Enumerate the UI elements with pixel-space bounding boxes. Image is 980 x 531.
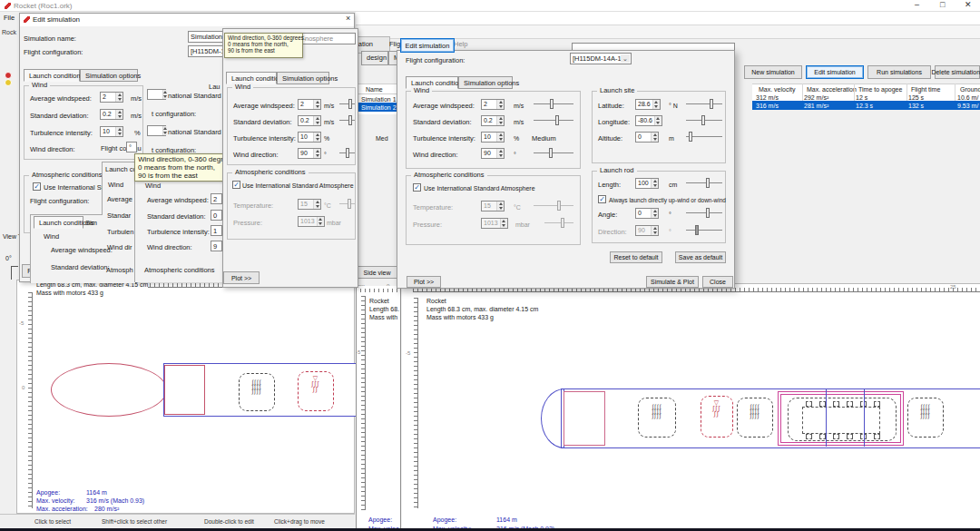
rotation-angle-left[interactable]: 0° [5,254,12,262]
maximize-icon[interactable]: □ [940,1,945,9]
side-view-select[interactable]: Side view [356,266,398,279]
wind-direction-slider[interactable] [534,148,573,158]
windspeed-spinner[interactable]: 2 [298,99,321,110]
table-cell[interactable]: 316 m/s [756,102,779,110]
rod-length-spinner[interactable]: 100 [635,178,659,189]
simulate-plot-button[interactable]: Simulate & Plot [646,276,699,288]
tab-fragment[interactable]: Sim [85,219,97,227]
parachute-component[interactable] [239,373,275,411]
right-window-toolbar [356,25,980,39]
plot-button[interactable]: Plot >> [407,276,441,288]
shoulder-shape[interactable] [564,391,605,446]
temperature-label: Temperature: [233,202,273,210]
delete-simulations-button[interactable]: Delete simulations [935,65,980,79]
rod-direction-slider [686,225,722,235]
value-fragment: 9 [211,241,222,251]
slider-fragment[interactable] [339,148,355,158]
parachute-component-red[interactable] [701,396,733,438]
windspeed-slider[interactable] [534,99,573,109]
parachute-component-red[interactable] [298,371,334,411]
table-cell[interactable]: 281 m/s² [804,102,828,110]
windspeed-spinner[interactable]: 2 [481,99,505,110]
tab-simulation-options[interactable]: Simulation options [458,76,513,89]
longitude-spinner[interactable]: -80.6 [635,115,662,126]
spinner-fragment[interactable] [147,89,166,100]
rod-angle-spinner[interactable]: 0 [635,208,659,219]
turbulence-spinner[interactable]: 10 [298,132,321,143]
upwind-checkbox[interactable]: ✓ [598,195,606,203]
wind-direction-spinner[interactable]: 90 [481,148,505,159]
table-cell[interactable]: 9.53 m/ [957,102,978,110]
latitude-spinner[interactable]: 28.6 [635,99,661,110]
tab-launch-conditions[interactable]: Launch conditions [24,69,80,82]
col-max-velocity[interactable]: Max. velocity [759,85,795,93]
menu-help[interactable]: Help [454,40,467,48]
std-dev-spinner[interactable]: 0.2 [481,115,505,126]
wadding-component[interactable] [737,398,773,438]
windspeed-spinner[interactable]: 2 [100,92,123,103]
pressure-slider [544,218,573,228]
slider-fragment [339,199,355,209]
col-name[interactable]: Name [366,85,383,93]
col-time-to-apogee[interactable]: Time to apogee [858,85,902,93]
max-velocity-label: Max. velocity: [36,497,74,505]
table-cell[interactable]: 12.3 s [856,102,873,110]
minimize-icon[interactable]: – [915,1,919,9]
isa-checkbox[interactable]: ✓ [232,181,240,189]
edit-simulation-button[interactable]: Edit simulation [806,65,864,79]
degree-box-fragment: ° [126,142,137,152]
tab-design-partial[interactable]: design [361,51,388,65]
altitude-slider[interactable] [686,132,722,142]
slider-fragment[interactable] [339,99,355,109]
simulate-plot-label: Simulate & Plot [651,279,694,285]
nosecone-shape[interactable] [51,363,167,417]
isa-checkbox[interactable]: ✓ [33,182,41,191]
std-dev-spinner[interactable]: 0.2 [298,115,321,126]
tab-rocket-partial[interactable]: Rock [2,28,16,36]
dialog-r-title[interactable]: Edit simulation [400,38,455,53]
turbulence-spinner[interactable]: 10 [481,132,505,143]
rod-angle-slider[interactable] [686,208,722,218]
tube-joint-line [826,388,827,447]
left-mass-info: Mass with motors 433 g [36,289,103,297]
turbulence-spinner[interactable]: 10 [100,126,123,137]
wind-direction-label: Wind direction: [413,151,458,159]
menu-file[interactable]: File [4,14,15,22]
reset-default-button[interactable]: Reset to default [610,251,662,263]
col-ground[interactable]: Ground [960,85,980,93]
close-icon[interactable]: × [346,15,350,23]
tab-fragment[interactable]: Launch conditions [34,216,83,229]
tab-simulation-options[interactable]: Simulation options [277,72,329,84]
col-flight-time[interactable]: Flight time [911,85,940,93]
col-max-acceleration[interactable]: Max. acceleration [807,85,857,93]
motor-shape[interactable] [802,407,880,434]
table-cell[interactable]: 132 s [908,102,924,110]
tab-simulation-options[interactable]: Simulation options [80,69,138,82]
spinner-fragment[interactable] [147,125,166,136]
new-simulation-button[interactable]: New simulation [744,65,802,79]
std-dev-spinner[interactable]: 0.2 [100,109,123,120]
run-simulations-button[interactable]: Run simulations [867,65,931,79]
latitude-slider[interactable] [686,99,722,109]
run-simulations-label: Run simulations [877,69,922,75]
wadding-component[interactable] [638,398,676,438]
flight-config-select[interactable]: [H115DM-14A-14] ⌄ [570,53,632,64]
close-button[interactable]: Close [702,276,733,288]
temperature-label: Temperature: [413,203,453,211]
max-accel-value: 280 m/s² [94,505,119,513]
rod-length-slider[interactable] [686,178,722,188]
longitude-label: Longitude: [598,118,630,126]
longitude-slider[interactable] [686,115,722,125]
close-icon[interactable]: ✕ [965,1,972,9]
save-default-button[interactable]: Save as default [675,251,726,263]
plot-button[interactable]: Plot >> [223,271,260,284]
tooltip-line: Wind direction, 0-360 degrees. [228,34,299,41]
wadding-component[interactable] [907,398,944,438]
slider-fragment[interactable] [339,115,355,125]
altitude-spinner[interactable]: 0 [635,132,659,143]
std-dev-slider[interactable] [534,115,573,125]
right-top-ruler-line [413,291,980,292]
isa-checkbox[interactable]: ✓ [413,183,421,192]
wind-direction-spinner[interactable]: 90 [298,148,321,159]
shoulder-shape[interactable] [164,365,205,415]
